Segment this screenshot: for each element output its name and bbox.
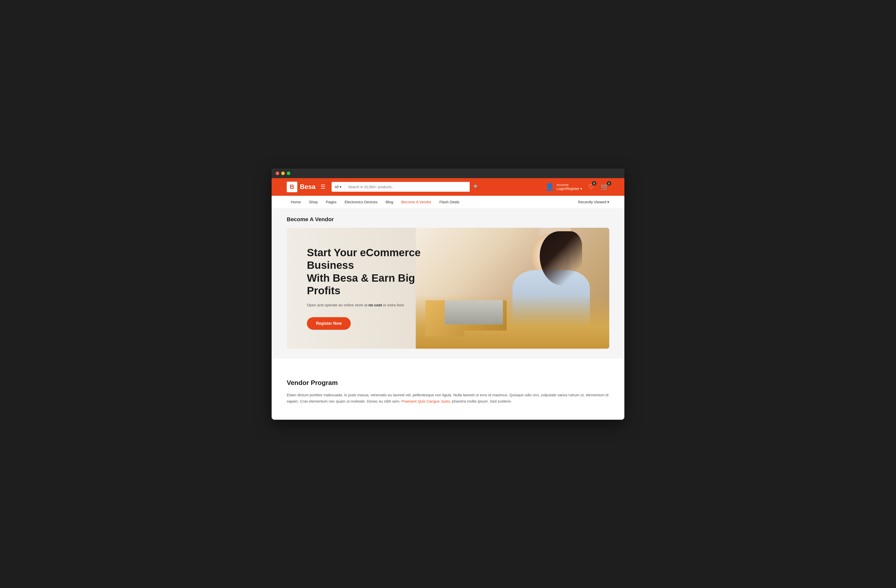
nav-item-home[interactable]: Home xyxy=(287,196,305,208)
wishlist-button[interactable]: ♡ 0 xyxy=(588,183,594,191)
logo-letter: B xyxy=(290,184,294,190)
search-category[interactable]: All ▾ xyxy=(332,183,345,192)
site-header: B Besa ☰ All ▾ 🔍 👤 Account Login/Registe… xyxy=(271,178,625,196)
search-icon: 🔍 xyxy=(474,184,479,189)
account-area[interactable]: 👤 Account Login/Register ▾ xyxy=(545,183,582,191)
nav-item-flash-deals[interactable]: Flash Deals xyxy=(436,196,463,208)
nav-item-blog[interactable]: Blog xyxy=(382,196,397,208)
main-content: Become A Vendor Start Your eCommerce Bus… xyxy=(271,209,625,359)
minimize-dot[interactable] xyxy=(281,172,285,175)
user-icon: 👤 xyxy=(545,183,554,191)
site-nav: Home Shop Pages Electronics Devices Blog… xyxy=(271,196,625,209)
wishlist-count: 0 xyxy=(592,181,596,186)
nav-item-pages[interactable]: Pages xyxy=(322,196,341,208)
search-bar: All ▾ 🔍 xyxy=(332,182,483,192)
maximize-dot[interactable] xyxy=(287,172,290,175)
account-login: Login/Register ▾ xyxy=(556,187,582,191)
vendor-desc-link[interactable]: Praesent Quis Cangue Justo, xyxy=(401,399,451,403)
vendor-program-title: Vendor Program xyxy=(287,379,609,387)
vendor-program-section: Vendor Program Etiam dictum porttitor ma… xyxy=(271,359,625,420)
hero-title: Start Your eCommerce Business With Besa … xyxy=(307,247,444,297)
hero-content: Start Your eCommerce Business With Besa … xyxy=(287,231,464,345)
hero-banner: Start Your eCommerce Business With Besa … xyxy=(287,228,609,349)
vendor-program-desc: Etiam dictum porttitor malesuada. In jus… xyxy=(287,392,609,405)
hamburger-icon[interactable]: ☰ xyxy=(320,184,326,190)
browser-chrome xyxy=(271,169,625,178)
cart-count: 5 xyxy=(607,181,611,186)
chevron-down-icon: ▾ xyxy=(607,200,609,204)
nav-item-shop[interactable]: Shop xyxy=(305,196,322,208)
recently-viewed[interactable]: Recently Viewed ▾ xyxy=(578,196,609,208)
browser-window: B Besa ☰ All ▾ 🔍 👤 Account Login/Registe… xyxy=(271,169,625,420)
logo-area[interactable]: B Besa xyxy=(287,182,315,192)
close-dot[interactable] xyxy=(276,172,279,175)
hero-desc: Open and operate an online store at no c… xyxy=(307,302,444,308)
account-text: Account Login/Register ▾ xyxy=(556,183,582,191)
logo-box: B xyxy=(287,182,297,192)
search-category-label: All xyxy=(335,185,339,189)
logo-name: Besa xyxy=(300,183,315,191)
register-now-button[interactable]: Register Now xyxy=(307,317,351,330)
page-title: Become A Vendor xyxy=(287,216,609,223)
search-input[interactable] xyxy=(345,183,470,192)
account-label: Account xyxy=(556,183,582,187)
header-actions: 👤 Account Login/Register ▾ ♡ 0 🛒 5 xyxy=(545,183,609,191)
nav-links: Home Shop Pages Electronics Devices Blog… xyxy=(287,196,578,208)
vendor-program-inner: Vendor Program Etiam dictum porttitor ma… xyxy=(271,369,625,415)
chevron-down-icon: ▾ xyxy=(340,185,341,189)
nav-item-electronics[interactable]: Electronics Devices xyxy=(341,196,382,208)
nav-item-vendor[interactable]: Become A Vendor xyxy=(397,196,436,208)
search-button[interactable]: 🔍 xyxy=(470,182,483,192)
cart-button[interactable]: 🛒 5 xyxy=(600,183,609,191)
